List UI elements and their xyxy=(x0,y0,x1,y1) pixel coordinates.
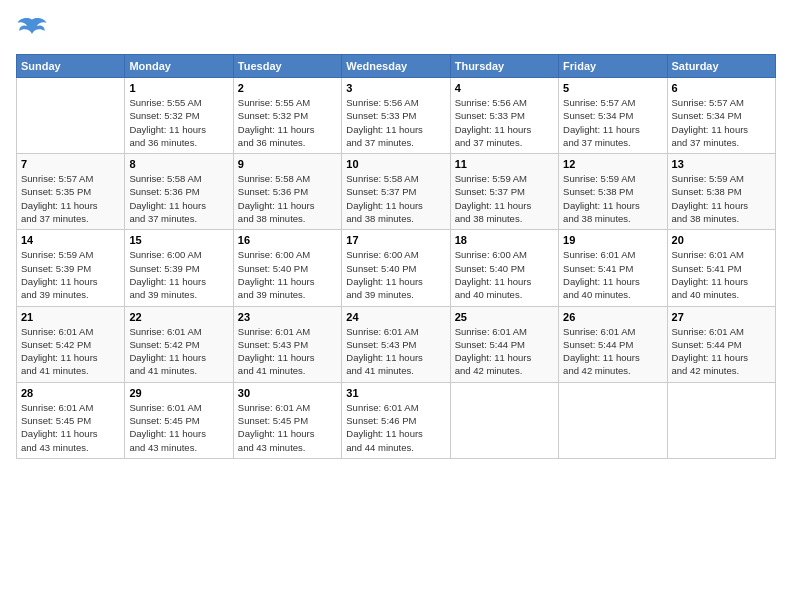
day-number: 5 xyxy=(563,82,662,94)
day-info: Sunrise: 6:01 AM Sunset: 5:43 PM Dayligh… xyxy=(238,325,337,378)
day-info: Sunrise: 6:01 AM Sunset: 5:44 PM Dayligh… xyxy=(563,325,662,378)
calendar-cell: 20Sunrise: 6:01 AM Sunset: 5:41 PM Dayli… xyxy=(667,230,775,306)
calendar-cell: 16Sunrise: 6:00 AM Sunset: 5:40 PM Dayli… xyxy=(233,230,341,306)
calendar-cell: 7Sunrise: 5:57 AM Sunset: 5:35 PM Daylig… xyxy=(17,154,125,230)
day-number: 23 xyxy=(238,311,337,323)
calendar-cell: 18Sunrise: 6:00 AM Sunset: 5:40 PM Dayli… xyxy=(450,230,558,306)
day-info: Sunrise: 5:58 AM Sunset: 5:36 PM Dayligh… xyxy=(129,172,228,225)
calendar-week-4: 21Sunrise: 6:01 AM Sunset: 5:42 PM Dayli… xyxy=(17,306,776,382)
day-info: Sunrise: 6:01 AM Sunset: 5:44 PM Dayligh… xyxy=(455,325,554,378)
day-number: 1 xyxy=(129,82,228,94)
calendar-week-5: 28Sunrise: 6:01 AM Sunset: 5:45 PM Dayli… xyxy=(17,382,776,458)
calendar-week-3: 14Sunrise: 5:59 AM Sunset: 5:39 PM Dayli… xyxy=(17,230,776,306)
day-info: Sunrise: 5:59 AM Sunset: 5:37 PM Dayligh… xyxy=(455,172,554,225)
logo xyxy=(16,16,52,44)
day-number: 24 xyxy=(346,311,445,323)
weekday-header-wednesday: Wednesday xyxy=(342,55,450,78)
day-info: Sunrise: 5:59 AM Sunset: 5:39 PM Dayligh… xyxy=(21,248,120,301)
day-number: 29 xyxy=(129,387,228,399)
calendar-cell: 3Sunrise: 5:56 AM Sunset: 5:33 PM Daylig… xyxy=(342,78,450,154)
calendar-cell: 11Sunrise: 5:59 AM Sunset: 5:37 PM Dayli… xyxy=(450,154,558,230)
calendar-cell: 19Sunrise: 6:01 AM Sunset: 5:41 PM Dayli… xyxy=(559,230,667,306)
day-number: 21 xyxy=(21,311,120,323)
calendar-week-2: 7Sunrise: 5:57 AM Sunset: 5:35 PM Daylig… xyxy=(17,154,776,230)
day-number: 26 xyxy=(563,311,662,323)
calendar-cell: 27Sunrise: 6:01 AM Sunset: 5:44 PM Dayli… xyxy=(667,306,775,382)
calendar-table: SundayMondayTuesdayWednesdayThursdayFrid… xyxy=(16,54,776,459)
calendar-cell: 6Sunrise: 5:57 AM Sunset: 5:34 PM Daylig… xyxy=(667,78,775,154)
weekday-header-saturday: Saturday xyxy=(667,55,775,78)
calendar-cell: 28Sunrise: 6:01 AM Sunset: 5:45 PM Dayli… xyxy=(17,382,125,458)
day-info: Sunrise: 5:56 AM Sunset: 5:33 PM Dayligh… xyxy=(455,96,554,149)
day-info: Sunrise: 5:57 AM Sunset: 5:34 PM Dayligh… xyxy=(672,96,771,149)
logo-bird-icon xyxy=(16,16,48,44)
day-info: Sunrise: 5:58 AM Sunset: 5:37 PM Dayligh… xyxy=(346,172,445,225)
weekday-header-sunday: Sunday xyxy=(17,55,125,78)
day-info: Sunrise: 6:01 AM Sunset: 5:45 PM Dayligh… xyxy=(129,401,228,454)
day-number: 28 xyxy=(21,387,120,399)
weekday-header-friday: Friday xyxy=(559,55,667,78)
calendar-cell: 30Sunrise: 6:01 AM Sunset: 5:45 PM Dayli… xyxy=(233,382,341,458)
day-number: 4 xyxy=(455,82,554,94)
day-info: Sunrise: 6:01 AM Sunset: 5:44 PM Dayligh… xyxy=(672,325,771,378)
calendar-cell: 25Sunrise: 6:01 AM Sunset: 5:44 PM Dayli… xyxy=(450,306,558,382)
day-info: Sunrise: 6:01 AM Sunset: 5:41 PM Dayligh… xyxy=(672,248,771,301)
calendar-cell: 10Sunrise: 5:58 AM Sunset: 5:37 PM Dayli… xyxy=(342,154,450,230)
day-number: 2 xyxy=(238,82,337,94)
calendar-header: SundayMondayTuesdayWednesdayThursdayFrid… xyxy=(17,55,776,78)
day-info: Sunrise: 6:01 AM Sunset: 5:42 PM Dayligh… xyxy=(129,325,228,378)
day-info: Sunrise: 6:01 AM Sunset: 5:41 PM Dayligh… xyxy=(563,248,662,301)
calendar-cell: 29Sunrise: 6:01 AM Sunset: 5:45 PM Dayli… xyxy=(125,382,233,458)
calendar-cell xyxy=(559,382,667,458)
page-header xyxy=(16,16,776,44)
calendar-cell: 26Sunrise: 6:01 AM Sunset: 5:44 PM Dayli… xyxy=(559,306,667,382)
calendar-cell: 5Sunrise: 5:57 AM Sunset: 5:34 PM Daylig… xyxy=(559,78,667,154)
weekday-header-row: SundayMondayTuesdayWednesdayThursdayFrid… xyxy=(17,55,776,78)
day-number: 16 xyxy=(238,234,337,246)
day-number: 6 xyxy=(672,82,771,94)
day-info: Sunrise: 5:59 AM Sunset: 5:38 PM Dayligh… xyxy=(672,172,771,225)
calendar-cell: 4Sunrise: 5:56 AM Sunset: 5:33 PM Daylig… xyxy=(450,78,558,154)
day-number: 17 xyxy=(346,234,445,246)
day-number: 25 xyxy=(455,311,554,323)
day-info: Sunrise: 5:55 AM Sunset: 5:32 PM Dayligh… xyxy=(238,96,337,149)
calendar-cell: 17Sunrise: 6:00 AM Sunset: 5:40 PM Dayli… xyxy=(342,230,450,306)
calendar-cell xyxy=(450,382,558,458)
calendar-cell: 12Sunrise: 5:59 AM Sunset: 5:38 PM Dayli… xyxy=(559,154,667,230)
calendar-cell: 9Sunrise: 5:58 AM Sunset: 5:36 PM Daylig… xyxy=(233,154,341,230)
day-info: Sunrise: 6:01 AM Sunset: 5:45 PM Dayligh… xyxy=(238,401,337,454)
calendar-cell: 15Sunrise: 6:00 AM Sunset: 5:39 PM Dayli… xyxy=(125,230,233,306)
calendar-cell: 24Sunrise: 6:01 AM Sunset: 5:43 PM Dayli… xyxy=(342,306,450,382)
day-number: 30 xyxy=(238,387,337,399)
calendar-body: 1Sunrise: 5:55 AM Sunset: 5:32 PM Daylig… xyxy=(17,78,776,459)
day-info: Sunrise: 6:01 AM Sunset: 5:43 PM Dayligh… xyxy=(346,325,445,378)
calendar-cell: 14Sunrise: 5:59 AM Sunset: 5:39 PM Dayli… xyxy=(17,230,125,306)
day-info: Sunrise: 6:01 AM Sunset: 5:45 PM Dayligh… xyxy=(21,401,120,454)
day-info: Sunrise: 5:57 AM Sunset: 5:34 PM Dayligh… xyxy=(563,96,662,149)
day-info: Sunrise: 6:00 AM Sunset: 5:39 PM Dayligh… xyxy=(129,248,228,301)
day-info: Sunrise: 6:01 AM Sunset: 5:42 PM Dayligh… xyxy=(21,325,120,378)
day-number: 9 xyxy=(238,158,337,170)
day-info: Sunrise: 6:00 AM Sunset: 5:40 PM Dayligh… xyxy=(238,248,337,301)
calendar-cell: 21Sunrise: 6:01 AM Sunset: 5:42 PM Dayli… xyxy=(17,306,125,382)
day-number: 20 xyxy=(672,234,771,246)
day-number: 11 xyxy=(455,158,554,170)
day-info: Sunrise: 6:00 AM Sunset: 5:40 PM Dayligh… xyxy=(346,248,445,301)
calendar-cell: 8Sunrise: 5:58 AM Sunset: 5:36 PM Daylig… xyxy=(125,154,233,230)
day-number: 14 xyxy=(21,234,120,246)
day-number: 31 xyxy=(346,387,445,399)
calendar-cell: 1Sunrise: 5:55 AM Sunset: 5:32 PM Daylig… xyxy=(125,78,233,154)
calendar-cell: 31Sunrise: 6:01 AM Sunset: 5:46 PM Dayli… xyxy=(342,382,450,458)
day-info: Sunrise: 5:56 AM Sunset: 5:33 PM Dayligh… xyxy=(346,96,445,149)
calendar-cell xyxy=(667,382,775,458)
day-number: 10 xyxy=(346,158,445,170)
day-number: 15 xyxy=(129,234,228,246)
calendar-cell: 23Sunrise: 6:01 AM Sunset: 5:43 PM Dayli… xyxy=(233,306,341,382)
calendar-cell xyxy=(17,78,125,154)
calendar-cell: 2Sunrise: 5:55 AM Sunset: 5:32 PM Daylig… xyxy=(233,78,341,154)
weekday-header-thursday: Thursday xyxy=(450,55,558,78)
day-number: 18 xyxy=(455,234,554,246)
day-number: 13 xyxy=(672,158,771,170)
day-info: Sunrise: 5:58 AM Sunset: 5:36 PM Dayligh… xyxy=(238,172,337,225)
calendar-week-1: 1Sunrise: 5:55 AM Sunset: 5:32 PM Daylig… xyxy=(17,78,776,154)
